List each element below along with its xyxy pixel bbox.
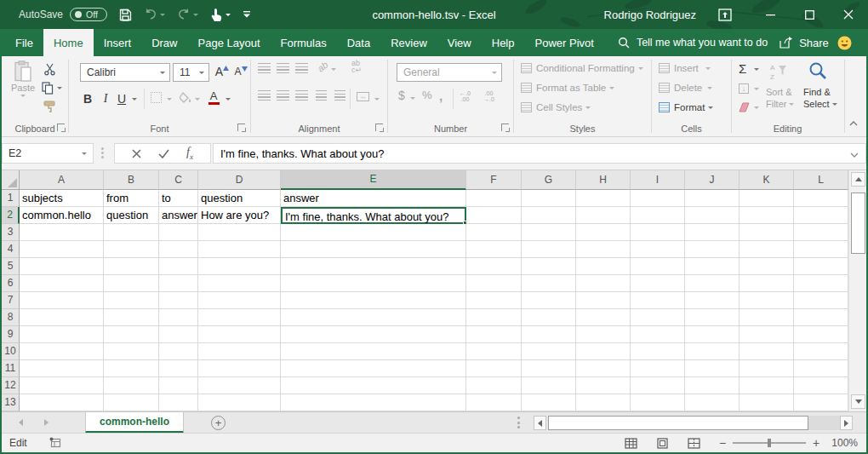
cut-button[interactable] [41, 61, 58, 77]
tab-view[interactable]: View [437, 29, 482, 56]
cell-A10[interactable] [20, 343, 104, 360]
cell-J8[interactable] [685, 309, 740, 326]
cell-B12[interactable] [104, 377, 159, 394]
cell-D4[interactable] [198, 241, 281, 258]
cell-D5[interactable] [198, 258, 281, 275]
copy-button[interactable] [39, 80, 65, 95]
zoom-slider-handle[interactable] [768, 439, 771, 447]
cell-I1[interactable] [631, 190, 685, 207]
cell-H4[interactable] [576, 241, 631, 258]
column-header-H[interactable]: H [576, 170, 631, 190]
cell-G8[interactable] [522, 309, 576, 326]
zoom-out-button[interactable]: − [719, 436, 726, 450]
cell-F5[interactable] [466, 258, 522, 275]
cell-L6[interactable] [794, 275, 848, 292]
cell-D1[interactable]: question [198, 190, 281, 207]
align-middle-button[interactable] [277, 63, 289, 73]
cell-I6[interactable] [631, 275, 685, 292]
wrap-text-button[interactable]: abc↵ [351, 60, 362, 73]
column-header-J[interactable]: J [685, 170, 740, 190]
cell-A3[interactable] [20, 224, 104, 241]
vertical-scrollbar[interactable] [848, 170, 866, 411]
cell-H10[interactable] [576, 343, 631, 360]
fill-color-button[interactable] [180, 92, 192, 104]
underline-dropdown[interactable] [132, 98, 137, 101]
cell-D10[interactable] [198, 343, 281, 360]
cell-L3[interactable] [794, 224, 848, 241]
tab-data[interactable]: Data [337, 29, 380, 56]
add-sheet-button[interactable]: + [211, 416, 226, 430]
cell-F1[interactable] [466, 190, 522, 207]
normal-view-button[interactable] [625, 438, 637, 449]
cell-B6[interactable] [104, 275, 159, 292]
find-select-button[interactable] [805, 60, 831, 83]
cell-J7[interactable] [685, 292, 740, 309]
row-header-6[interactable]: 6 [2, 275, 20, 292]
cell-K8[interactable] [740, 309, 794, 326]
cell-G4[interactable] [522, 241, 576, 258]
align-bottom-button[interactable] [295, 63, 308, 73]
cell-C13[interactable] [159, 394, 198, 411]
column-header-D[interactable]: D [198, 170, 281, 190]
macro-record-button[interactable] [49, 437, 61, 451]
align-center-button[interactable] [277, 90, 289, 101]
column-header-K[interactable]: K [740, 170, 794, 190]
cell-C6[interactable] [159, 275, 198, 292]
autosum-button[interactable]: Σ [739, 61, 746, 76]
column-header-F[interactable]: F [466, 170, 522, 190]
row-header-4[interactable]: 4 [2, 241, 20, 258]
cell-B9[interactable] [104, 326, 159, 343]
cell-G13[interactable] [522, 394, 576, 411]
cell-I13[interactable] [631, 394, 685, 411]
column-header-E[interactable]: E [281, 170, 466, 190]
underline-button[interactable]: U [115, 90, 128, 107]
cell-B10[interactable] [104, 343, 159, 360]
cell-F11[interactable] [466, 360, 522, 377]
cell-B2[interactable]: question [104, 207, 159, 224]
cell-K2[interactable] [740, 207, 794, 224]
decrease-indent-button[interactable] [316, 90, 327, 101]
cell-D2[interactable]: How are you? [198, 207, 281, 224]
cell-L2[interactable] [794, 207, 848, 224]
increase-font-size-button[interactable]: A [214, 63, 231, 80]
cell-A1[interactable]: subjects [20, 190, 104, 207]
cell-F10[interactable] [466, 343, 522, 360]
tab-scroll-divider[interactable] [517, 417, 520, 428]
cell-I5[interactable] [631, 258, 685, 275]
cell-B4[interactable] [104, 241, 159, 258]
cell-D7[interactable] [198, 292, 281, 309]
feedback-smiley-button[interactable] [837, 29, 852, 56]
cell-J1[interactable] [685, 190, 740, 207]
cell-A5[interactable] [20, 258, 104, 275]
cell-I7[interactable] [631, 292, 685, 309]
fill-dropdown[interactable] [754, 88, 759, 90]
cell-E5[interactable] [281, 258, 466, 275]
clear-dropdown[interactable] [754, 106, 759, 109]
horizontal-scroll-thumb[interactable] [548, 416, 808, 430]
cell-L9[interactable] [794, 326, 848, 343]
cell-C9[interactable] [159, 326, 198, 343]
cell-G1[interactable] [522, 190, 576, 207]
cell-B11[interactable] [104, 360, 159, 377]
cell-A6[interactable] [20, 275, 104, 292]
scroll-right-button[interactable] [840, 416, 853, 430]
cell-I9[interactable] [631, 326, 685, 343]
cell-G11[interactable] [522, 360, 576, 377]
name-box[interactable]: E2 [2, 143, 94, 164]
column-header-G[interactable]: G [522, 170, 576, 190]
number-format-select[interactable]: General [397, 63, 502, 82]
cell-L7[interactable] [794, 292, 848, 309]
cell-C1[interactable]: to [159, 190, 198, 207]
formula-input[interactable]: I'm fine, thanks. What about you? [213, 143, 866, 164]
cell-A9[interactable] [20, 326, 104, 343]
orientation-dropdown[interactable] [331, 68, 336, 71]
enter-icon[interactable] [158, 149, 169, 158]
cell-E10[interactable] [281, 343, 466, 360]
cell-H6[interactable] [576, 275, 631, 292]
tab-file[interactable]: File [5, 29, 43, 56]
cell-G6[interactable] [522, 275, 576, 292]
horizontal-scroll-track[interactable] [808, 416, 840, 430]
cell-K7[interactable] [740, 292, 794, 309]
cell-I10[interactable] [631, 343, 685, 360]
cell-J2[interactable] [685, 207, 740, 224]
